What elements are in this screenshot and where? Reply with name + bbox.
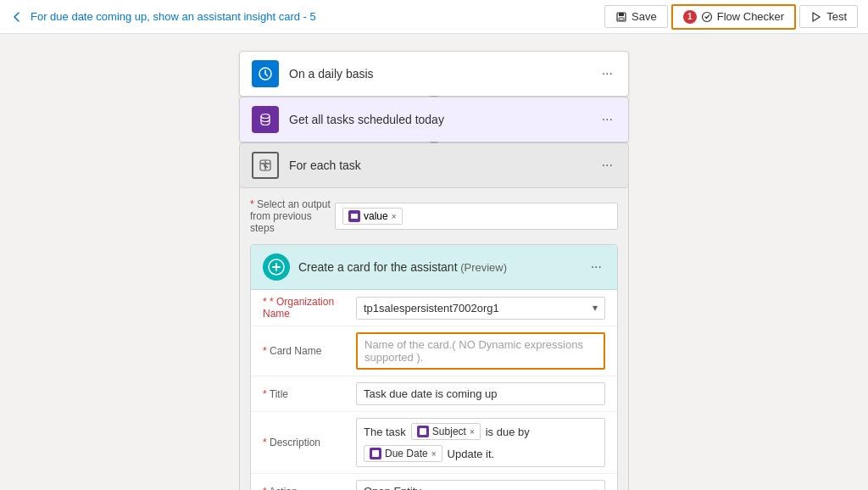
svg-rect-2: [619, 18, 624, 20]
foreach-title: For each task: [289, 159, 598, 172]
top-bar: For due date coming up, show an assistan…: [0, 0, 868, 34]
desc-prefix: The task: [364, 426, 406, 438]
flow-checker-label: Flow Checker: [717, 10, 784, 23]
save-button[interactable]: Save: [604, 5, 668, 28]
description-label: * Description: [263, 437, 356, 448]
daily-block-header: On a daily basis ···: [239, 51, 629, 97]
create-card-title-container: Create a card for the assistant (Preview…: [298, 260, 507, 274]
daily-block: On a daily basis ···: [239, 51, 629, 97]
due-date-tag-close[interactable]: ×: [431, 449, 437, 459]
org-name-label: * * Organization Name: [263, 296, 356, 320]
select-output-label: * Select an outputfrom previous steps: [250, 198, 335, 234]
create-card-menu[interactable]: ···: [587, 256, 605, 278]
description-row: * Description The task Subject ×: [251, 412, 617, 474]
value-tag: value ×: [342, 208, 403, 225]
foreach-block: For each task ··· * Select an outputfrom…: [239, 142, 629, 490]
card-name-label: * Card Name: [263, 345, 356, 357]
action-label: * Action: [263, 486, 356, 491]
tasks-title: Get all tasks scheduled today: [289, 113, 598, 126]
action-field[interactable]: Open Entity ▾: [356, 480, 605, 490]
foreach-icon: [252, 152, 279, 179]
org-name-field[interactable]: tp1salespersistent7002org1 ▾: [356, 297, 605, 320]
title-value: Task due date is coming up: [364, 387, 498, 400]
org-name-value: tp1salespersistent7002org1: [364, 302, 499, 315]
due-date-tag-label: Due Date: [385, 448, 428, 459]
title-row: * Title Task due date is coming up: [251, 376, 617, 412]
org-name-arrow: ▾: [593, 302, 598, 314]
tasks-menu[interactable]: ···: [598, 109, 616, 131]
create-card-icon: [263, 253, 290, 281]
action-value: Open Entity: [364, 485, 421, 490]
page-title: For due date coming up, show an assistan…: [31, 10, 316, 23]
subject-tag-label: Subject: [432, 426, 466, 437]
back-button[interactable]: For due date coming up, show an assistan…: [10, 10, 316, 24]
daily-menu[interactable]: ···: [598, 63, 616, 85]
flow-canvas: On a daily basis ··· Get all tasks sched…: [0, 34, 868, 490]
form-fields: * * Organization Name tp1salespersistent…: [251, 290, 617, 490]
action-arrow: ▾: [593, 486, 598, 491]
card-name-placeholder: Name of the card.( NO Dynamic expression…: [364, 338, 597, 364]
due-date-tag: Due Date ×: [364, 445, 442, 462]
desc-middle: is due by: [486, 426, 530, 438]
create-card-subtitle: (Preview): [460, 260, 507, 274]
due-date-tag-icon: [370, 448, 381, 459]
foreach-block-header: For each task ···: [240, 143, 628, 188]
create-card-title: Create a card for the assistant: [298, 260, 458, 274]
test-label: Test: [826, 10, 847, 23]
value-tag-label: value: [364, 210, 388, 222]
foreach-menu[interactable]: ···: [598, 154, 616, 176]
test-button[interactable]: Test: [799, 5, 858, 28]
daily-icon: [252, 60, 279, 87]
tasks-block: Get all tasks scheduled today ···: [239, 97, 629, 142]
flow-checker-badge: 1: [683, 10, 697, 24]
flow-checker-button[interactable]: 1 Flow Checker: [671, 4, 796, 30]
subject-tag-icon: [417, 426, 429, 437]
tasks-icon: [252, 106, 279, 133]
org-name-row: * * Organization Name tp1salespersistent…: [251, 290, 617, 326]
desc-suffix: Update it.: [448, 448, 495, 460]
foreach-inner: * Select an outputfrom previous steps va…: [240, 188, 628, 490]
daily-title: On a daily basis: [289, 67, 598, 81]
svg-rect-1: [619, 13, 624, 16]
select-output-field[interactable]: value ×: [335, 203, 618, 230]
header-actions: Save 1 Flow Checker Test: [604, 4, 858, 30]
tasks-block-header: Get all tasks scheduled today ···: [239, 97, 629, 142]
subject-tag: Subject ×: [411, 423, 481, 440]
create-card-block: Create a card for the assistant (Preview…: [250, 244, 618, 490]
svg-rect-8: [420, 428, 426, 435]
svg-point-5: [261, 114, 270, 119]
subject-tag-close[interactable]: ×: [470, 427, 475, 437]
card-name-field[interactable]: Name of the card.( NO Dynamic expression…: [356, 332, 605, 370]
title-label: * Title: [263, 388, 356, 400]
description-field[interactable]: The task Subject × is due by: [356, 418, 605, 467]
title-field[interactable]: Task due date is coming up: [356, 382, 605, 405]
svg-rect-9: [372, 450, 379, 457]
select-output-row: * Select an outputfrom previous steps va…: [250, 198, 618, 234]
card-name-row: * Card Name Name of the card.( NO Dynami…: [251, 326, 617, 376]
create-card-header: Create a card for the assistant (Preview…: [251, 245, 617, 290]
tag-icon: [348, 210, 360, 222]
action-row: * Action Open Entity ▾: [251, 474, 617, 490]
value-tag-close[interactable]: ×: [392, 212, 397, 221]
save-label: Save: [632, 10, 657, 23]
